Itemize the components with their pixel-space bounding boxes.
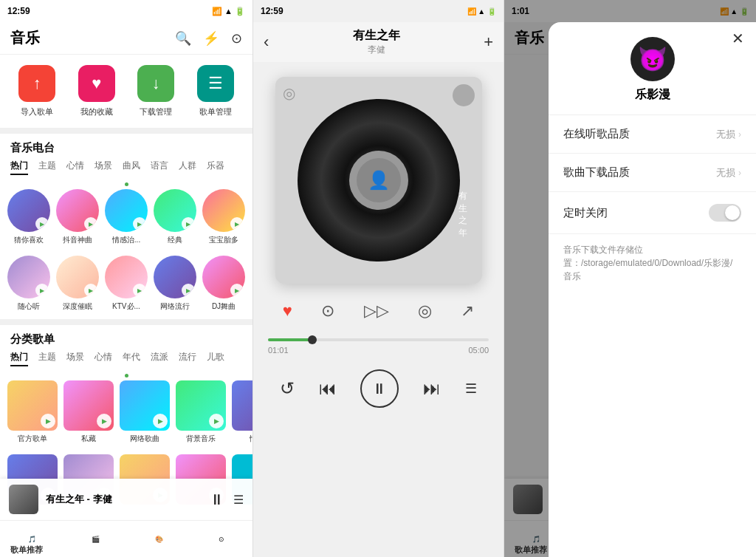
tab-playlist-scene[interactable]: 场景 [66, 351, 84, 366]
playlist-label-private: 私藏 [63, 434, 114, 444]
radio-item-baby[interactable]: ▶ 宝宝胎多 [202, 189, 245, 245]
play-badge: ▶ [153, 414, 168, 428]
playlist-label-love: 情歌 [232, 434, 252, 444]
nav-video[interactable]: 🎬 [92, 536, 100, 543]
radio-img-random: ▶ [7, 256, 50, 298]
setting-val-online: 无损 [716, 128, 735, 141]
setting-value-online: 无损 › [716, 128, 741, 141]
timer-toggle[interactable] [709, 204, 741, 222]
effect-btn[interactable]: ◎ [418, 301, 432, 321]
radio-label-recommend: 猜你喜欢 [7, 235, 51, 245]
radio-img-douyin: ▶ [56, 189, 99, 232]
play-overlay: ▶ [133, 217, 146, 230]
radio-item-sleep[interactable]: ▶ 深度催眠 [56, 256, 99, 312]
tab-radio-scene[interactable]: 场景 [94, 160, 112, 175]
tab-playlist-kids[interactable]: 儿歌 [207, 351, 224, 366]
setting-row-timer[interactable]: 定时关闭 [549, 192, 756, 234]
play-overlay: ▶ [84, 217, 97, 230]
tab-radio-instrument[interactable]: 乐器 [207, 160, 224, 175]
tab-radio-theme[interactable]: 主题 [38, 160, 56, 175]
radio-item-recommend[interactable]: ▶ 猜你喜欢 [7, 189, 50, 245]
playlist-item-bg[interactable]: ▶ 背景音乐 [176, 380, 226, 444]
progress-section: 01:01 05:00 [253, 331, 504, 362]
play-pause-btn[interactable]: ⏸ [360, 369, 399, 408]
radio-img-network: ▶ [154, 256, 196, 298]
back-button[interactable]: ‹ [264, 33, 269, 52]
share-icon[interactable]: ⚡ [203, 30, 219, 47]
toggle-thumb [725, 205, 740, 220]
panel-settings-overlay: 1:01 📶 ▲ 🔋 音乐 ✕ 😈 乐影漫 在线听歌品质 无损 › [504, 0, 756, 557]
search-icon[interactable]: 🔍 [175, 30, 191, 47]
song-title-overlay: 有 生 之 年 [458, 190, 467, 239]
play-overlay: ▶ [84, 284, 97, 297]
radio-img-ktv: ▶ [105, 256, 148, 298]
play-overlay: ▶ [230, 284, 244, 297]
status-icons-1: 📶 ▲ 🔋 [212, 7, 245, 16]
radio-item-classic[interactable]: ▶ 经典 [154, 189, 196, 245]
settings-icon[interactable]: ⊙ [231, 30, 242, 47]
playlist-manage-btn[interactable]: ☰ 歌单管理 [197, 65, 234, 117]
playlist-item-net[interactable]: ▶ 网络歌曲 [120, 380, 170, 444]
setting-row-download-quality[interactable]: 歌曲下载品质 无损 › [549, 154, 756, 192]
nav-discovery-icon: 🎨 [155, 536, 163, 543]
radio-label-baby: 宝宝胎多 [202, 235, 246, 245]
playlist-item-official[interactable]: ▶ 官方歌单 [7, 380, 58, 444]
pause-btn-1[interactable]: ⏸ [210, 491, 224, 508]
nav-music[interactable]: 🎵 [28, 536, 36, 543]
playlist-item-private[interactable]: ▶ 私藏 [63, 380, 114, 444]
my-favorites-btn[interactable]: ♥ 我的收藏 [78, 65, 115, 117]
playlist-item-love[interactable]: ▶ 情歌 [232, 380, 252, 444]
radio-item-emotion[interactable]: ▶ 情感治... [105, 189, 148, 245]
download-manage-btn[interactable]: ↓ 下载管理 [137, 65, 174, 117]
tab-playlist-mood[interactable]: 心情 [94, 351, 112, 366]
user-avatar[interactable]: 😈 [630, 37, 675, 81]
tab-radio-style[interactable]: 曲风 [123, 160, 140, 175]
radio-section-title: 音乐电台 [0, 134, 252, 160]
radio-item-dj[interactable]: ▶ DJ舞曲 [202, 256, 245, 312]
playlist-grid: ▶ 官方歌单 ▶ 私藏 ▶ 网络歌曲 ▶ 背景音乐 [0, 377, 252, 451]
radio-tabs: 热门 主题 心情 场景 曲风 语言 人群 乐器 [0, 160, 252, 181]
panel-player: 12:59 📶 ▲ 🔋 ‹ 有生之年 李健 + ◎ 👤 有 生 之 [252, 0, 504, 557]
radio-img-baby: ▶ [202, 189, 245, 232]
tab-playlist-hot[interactable]: 热门 [10, 351, 28, 366]
setting-row-online-quality[interactable]: 在线听歌品质 无损 › [549, 115, 756, 154]
repeat-btn[interactable]: ↺ [280, 378, 295, 399]
now-playing-bar-1[interactable]: 有生之年 - 李健 ⏸ ☰ [0, 479, 252, 520]
next-btn[interactable]: ⏭ [423, 378, 441, 399]
radio-item-network[interactable]: ▶ 网络流行 [154, 256, 196, 312]
status-bar-1: 12:59 📶 ▲ 🔋 [0, 0, 252, 22]
download-song-btn[interactable]: ⊙ [321, 301, 334, 321]
tab-radio-mood[interactable]: 心情 [66, 160, 84, 175]
queue-btn[interactable]: ☰ [465, 380, 477, 397]
nav-discovery[interactable]: 🎨 [155, 536, 163, 543]
radio-label-classic: 经典 [153, 235, 197, 245]
prev-btn[interactable]: ⏮ [319, 378, 337, 399]
tab-playlist-theme[interactable]: 主题 [38, 351, 56, 366]
add-button[interactable]: + [484, 33, 493, 52]
speed-btn[interactable]: ▷▷ [364, 301, 389, 321]
radio-item-douyin[interactable]: ▶ 抖音神曲 [56, 189, 99, 245]
tab-playlist-era[interactable]: 年代 [123, 351, 140, 366]
setting-val-download: 无损 [716, 166, 735, 180]
radio-label-sleep: 深度催眠 [55, 301, 100, 312]
radio-item-random[interactable]: ▶ 随心听 [7, 256, 50, 312]
now-playing-controls-1: ⏸ ☰ [210, 491, 244, 508]
player-controls: ↺ ⏮ ⏸ ⏭ ☰ [253, 362, 504, 420]
progress-bar[interactable] [268, 338, 489, 341]
tab-radio-hot[interactable]: 热门 [10, 160, 28, 175]
playlist-btn-1[interactable]: ☰ [233, 493, 244, 507]
like-btn[interactable]: ♥ [283, 301, 292, 321]
tab-playlist-genre[interactable]: 流派 [151, 351, 168, 366]
album-vinyl: 👤 [298, 99, 460, 262]
tab-radio-group[interactable]: 人群 [179, 160, 196, 175]
tab-radio-lang[interactable]: 语言 [151, 160, 168, 175]
import-playlist-btn[interactable]: ↑ 导入歌单 [18, 65, 55, 117]
tab-playlist-pop[interactable]: 流行 [179, 351, 196, 366]
nav-more[interactable]: ⊙ [219, 536, 224, 543]
time-row: 01:01 05:00 [268, 346, 489, 355]
radio-item-ktv[interactable]: ▶ KTV必... [105, 256, 148, 312]
play-overlay: ▶ [133, 284, 146, 297]
playlist-label-official: 官方歌单 [7, 434, 58, 444]
share-song-btn[interactable]: ↗ [461, 301, 474, 321]
close-settings-btn[interactable]: ✕ [732, 30, 744, 47]
